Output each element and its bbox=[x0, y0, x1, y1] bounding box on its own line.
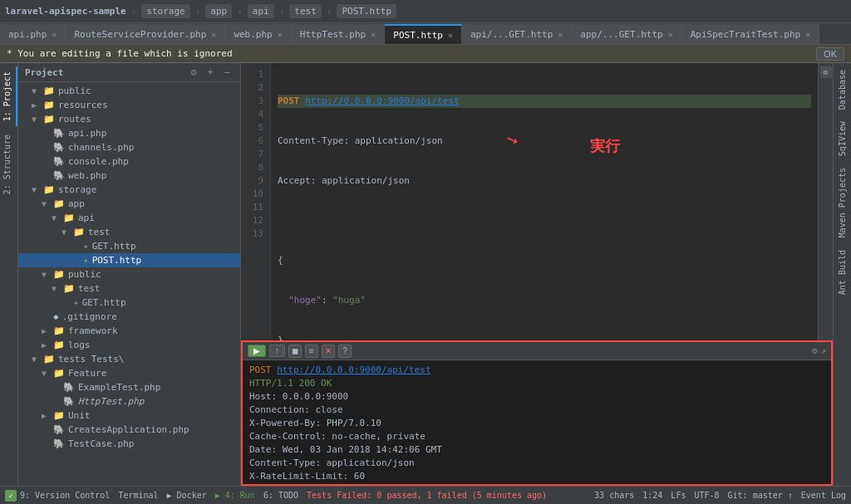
sidebar-gear-icon[interactable]: ⚙ bbox=[187, 66, 200, 78]
vc-strip: ✓ 9: Version Control bbox=[5, 490, 110, 502]
panel-tab-structure[interactable]: 2: Structure bbox=[0, 130, 17, 199]
tab-close-icon[interactable]: ✕ bbox=[668, 30, 673, 39]
sidebar-item-testcase[interactable]: 🐘 TestCase.php bbox=[18, 437, 240, 451]
breadcrumb-app[interactable]: app bbox=[205, 4, 232, 18]
output-cache-control: Cache-Control: no-cache, private bbox=[249, 430, 824, 443]
arrow-icon bbox=[32, 100, 40, 110]
status-docker[interactable]: ▶ Docker bbox=[167, 491, 207, 500]
sidebar-item-storage[interactable]: 📁 storage bbox=[18, 183, 240, 197]
status-run[interactable]: ▶ 4: Run bbox=[215, 491, 255, 500]
tab-close-icon[interactable]: ✕ bbox=[448, 31, 453, 40]
run-button[interactable]: ▶ bbox=[248, 345, 266, 357]
tab-close-icon[interactable]: ✕ bbox=[805, 30, 810, 39]
tab-api-php[interactable]: api.php ✕ bbox=[0, 24, 66, 44]
php-file-icon: 🐘 bbox=[53, 170, 65, 181]
tab-close-icon[interactable]: ✕ bbox=[211, 30, 216, 39]
right-tab-maven[interactable]: Maven Projects bbox=[836, 163, 849, 242]
output-toolbar: ▶ ↑ ◼ ≡ ✕ ? ⚙ ↗ bbox=[243, 342, 831, 360]
tab-label: ApiSpecTraitTest.php bbox=[691, 29, 800, 40]
sidebar-item-tests[interactable]: 📁 tests Tests\ bbox=[18, 352, 240, 366]
sidebar-expand-icon[interactable]: + bbox=[204, 66, 217, 78]
sidebar-collapse-icon[interactable]: − bbox=[220, 66, 234, 78]
toolbar-btn-4[interactable]: ≡ bbox=[305, 345, 318, 358]
status-git[interactable]: Git: master ↑ bbox=[728, 491, 793, 500]
stop-button[interactable]: ↑ bbox=[269, 345, 285, 357]
sidebar-item-unit[interactable]: 📁 Unit bbox=[18, 409, 240, 423]
panel-tab-project[interactable]: 1: Project bbox=[0, 66, 17, 126]
tab-post-http[interactable]: POST.http ✕ bbox=[385, 24, 462, 44]
code-editor[interactable]: ➘ 実行 1 2 3 4 5 6 7 8 9 10 11 12 13 POST … bbox=[241, 63, 833, 340]
code-content[interactable]: POST http://0.0.0.0:9000/api/test Conten… bbox=[271, 63, 818, 340]
status-lf[interactable]: LFs bbox=[671, 491, 686, 500]
sidebar-item-public[interactable]: 📁 public bbox=[18, 84, 240, 98]
right-tab-sqlview[interactable]: SqIView bbox=[836, 116, 849, 161]
sidebar-item-test2[interactable]: 📁 test bbox=[18, 281, 240, 296]
tab-close-icon[interactable]: ✕ bbox=[52, 30, 57, 39]
right-tab-ant[interactable]: Ant Build bbox=[836, 245, 849, 300]
tab-get-http-2[interactable]: app/...GET.http ✕ bbox=[572, 24, 681, 44]
output-url[interactable]: http://0.0.0.0:9000/api/test bbox=[277, 365, 430, 375]
sidebar-item-api-php[interactable]: 🐘 api.php bbox=[18, 126, 240, 140]
sidebar-item-label: POST.http bbox=[92, 255, 142, 266]
sidebar-item-test-folder[interactable]: 📁 test bbox=[18, 225, 240, 239]
right-tab-database[interactable]: Database bbox=[836, 65, 849, 115]
sidebar-item-api[interactable]: 📁 api bbox=[18, 211, 240, 225]
tab-apispec[interactable]: ApiSpecTraitTest.php ✕ bbox=[682, 24, 819, 44]
status-terminal[interactable]: Terminal bbox=[118, 491, 158, 500]
sidebar-item-get-http[interactable]: ✦ GET.http bbox=[18, 239, 240, 253]
sidebar-item-label: storage bbox=[58, 184, 96, 195]
status-chars[interactable]: 33 chars bbox=[594, 491, 634, 500]
sidebar-item-get-http2[interactable]: ✦ GET.http bbox=[18, 296, 240, 310]
tab-web-php[interactable]: web.php ✕ bbox=[225, 24, 291, 44]
sidebar-title: Project bbox=[25, 67, 63, 78]
gutter-icon[interactable]: ⚙ bbox=[820, 66, 832, 78]
sidebar-item-public2[interactable]: 📁 public bbox=[18, 267, 240, 281]
tab-bar: api.php ✕ RouteServiceProvider.php ✕ web… bbox=[0, 23, 851, 45]
sidebar-item-web-php[interactable]: 🐘 web.php bbox=[18, 169, 240, 183]
breadcrumb-api[interactable]: api bbox=[248, 4, 274, 18]
vc-icon: ✓ bbox=[5, 490, 17, 502]
tab-routeservice[interactable]: RouteServiceProvider.php ✕ bbox=[66, 24, 225, 44]
sidebar-item-post-http[interactable]: ✦ POST.http bbox=[18, 253, 240, 267]
tab-close-icon[interactable]: ✕ bbox=[278, 30, 283, 39]
tab-close-icon[interactable]: ✕ bbox=[371, 30, 376, 39]
sidebar-item-console-php[interactable]: 🐘 console.php bbox=[18, 154, 240, 169]
code-line-2: Content-Type: application/json bbox=[278, 135, 811, 148]
toolbar-btn-3[interactable]: ◼ bbox=[288, 345, 302, 358]
tab-label: POST.http bbox=[393, 30, 443, 41]
php-file-icon: 🐘 bbox=[53, 142, 65, 153]
sidebar-item-createsapp[interactable]: 🐘 CreatesApplication.php bbox=[18, 423, 240, 437]
toolbar-btn-5[interactable]: ✕ bbox=[322, 345, 335, 358]
sidebar-item-gitignore[interactable]: ◆ .gitignore bbox=[18, 310, 240, 324]
expand-icon[interactable]: ↗ bbox=[820, 345, 826, 356]
output-ratelimit-remaining: X-RateLimit-Remaining: 59 bbox=[249, 483, 824, 484]
sidebar-item-app[interactable]: 📁 app bbox=[18, 197, 240, 211]
sidebar-item-resources[interactable]: 📁 resources bbox=[18, 98, 240, 112]
sidebar-item-httptest[interactable]: 🐘 HttpTest.php bbox=[18, 394, 240, 409]
status-version-control[interactable]: 9: Version Control bbox=[20, 491, 110, 500]
tab-httptest[interactable]: HttpTest.php ✕ bbox=[292, 24, 386, 44]
tab-get-http-1[interactable]: api/...GET.http ✕ bbox=[462, 24, 572, 44]
toolbar-btn-6[interactable]: ? bbox=[338, 345, 352, 358]
tab-close-icon[interactable]: ✕ bbox=[558, 30, 563, 39]
breadcrumb-file[interactable]: POST.http bbox=[337, 4, 396, 18]
status-event-log[interactable]: Event Log bbox=[801, 491, 846, 500]
settings-icon[interactable]: ⚙ bbox=[812, 345, 818, 356]
notification-ok-button[interactable]: OK bbox=[816, 47, 844, 61]
sidebar-item-feature[interactable]: 📁 Feature bbox=[18, 366, 240, 380]
output-content: POST http://0.0.0.0:9000/api/test HTTP/1… bbox=[243, 360, 831, 484]
sidebar-item-logs[interactable]: 📁 logs bbox=[18, 338, 240, 352]
status-position[interactable]: 1:24 bbox=[642, 491, 662, 500]
breadcrumb-storage[interactable]: storage bbox=[141, 4, 189, 18]
sidebar-item-channels-php[interactable]: 🐘 channels.php bbox=[18, 140, 240, 154]
sidebar-item-framework[interactable]: 📁 framework bbox=[18, 324, 240, 338]
arrow-icon bbox=[42, 340, 50, 350]
status-todo[interactable]: 6: TODO bbox=[263, 491, 298, 500]
sidebar-item-label: GET.http bbox=[92, 241, 136, 252]
sidebar-item-routes[interactable]: 📁 routes bbox=[18, 112, 240, 126]
status-encoding[interactable]: UTF-8 bbox=[694, 491, 719, 500]
arrow-icon bbox=[42, 270, 50, 279]
breadcrumb-test[interactable]: test bbox=[289, 4, 322, 18]
sidebar-item-exampletest[interactable]: 🐘 ExampleTest.php bbox=[18, 380, 240, 394]
output-host: Host: 0.0.0.0:9000 bbox=[249, 390, 824, 404]
